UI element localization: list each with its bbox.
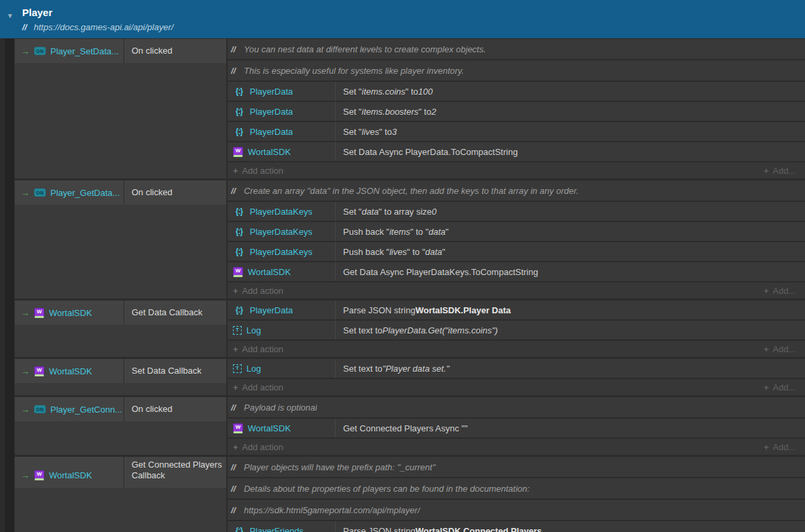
event-condition-row[interactable]: →WWortalSDKGet Data Callback — [15, 301, 226, 325]
condition-text: Get Data Callback — [124, 307, 226, 318]
action-text-part: " to " — [410, 227, 428, 237]
event-condition-row[interactable]: →ONPlayer_GetData...On clicked — [15, 180, 226, 205]
event-condition-area: →ONPlayer_SetData...On clicked — [15, 39, 226, 178]
add-more-button[interactable]: +Add... — [763, 166, 796, 176]
add-action-button[interactable]: +Add action — [233, 166, 283, 176]
action-text-part: WortalSDK.Connected Players — [416, 526, 542, 532]
action-row[interactable]: {:}PlayerDataParse JSON string WortalSDK… — [228, 301, 805, 319]
book-icon: W — [34, 366, 44, 376]
action-row[interactable]: {:}PlayerDataSet "lives" to 3 — [228, 122, 805, 141]
condition-text: Get Connected Players Callback — [124, 457, 226, 482]
action-text-part: data — [362, 207, 379, 217]
action-text-part: Set text to — [343, 325, 383, 335]
comment-slashes-icon: // — [22, 22, 27, 32]
plus-icon: + — [233, 382, 238, 392]
action-object: {:}PlayerData — [228, 82, 335, 101]
action-row[interactable]: {:}PlayerDataSet "items.boosters" to 2 — [228, 102, 805, 121]
comment-row[interactable]: //Create an array "data" in the JSON obj… — [228, 180, 805, 201]
action-text-part: PlayerData.Get("items.coins") — [383, 325, 498, 335]
action-row[interactable]: {:}PlayerFriendsParse JSON string Wortal… — [228, 521, 805, 532]
add-action-button[interactable]: +Add action — [233, 382, 283, 392]
collapse-triangle-icon[interactable]: ▼ — [7, 12, 13, 19]
action-text: Parse JSON string WortalSDK.Connected Pl… — [335, 521, 805, 532]
add-more-button[interactable]: +Add... — [763, 442, 796, 452]
action-row[interactable]: WWortalSDKGet Data Async PlayerDataKeys.… — [228, 262, 805, 281]
add-action-row: +Add action+Add... — [228, 282, 805, 299]
event-condition-row[interactable]: →WWortalSDKSet Data Callback — [15, 359, 226, 383]
action-row[interactable]: {:}PlayerDataKeysSet "data" to array siz… — [228, 202, 805, 221]
add-more-button[interactable]: +Add... — [763, 286, 796, 296]
add-action-row: +Add action+Add... — [228, 341, 805, 357]
event-condition-row[interactable]: →ONPlayer_GetConn...On clicked — [15, 397, 226, 421]
add-more-label: Add... — [773, 382, 796, 392]
event-actions-area: //You can nest data at different levels … — [228, 39, 805, 178]
action-text-part: WortalSDK.Player Data — [416, 305, 511, 315]
action-text-part: Set " — [343, 87, 362, 97]
action-object-name: PlayerDataKeys — [250, 207, 312, 217]
add-more-button[interactable]: +Add... — [763, 344, 796, 354]
action-row[interactable]: {:}PlayerDataKeysPush back "items" to "d… — [228, 222, 805, 241]
comment-row[interactable]: //https://sdk.html5gameportal.com/api/mp… — [228, 500, 805, 520]
add-action-button[interactable]: +Add action — [233, 344, 283, 354]
action-text-part: "Player data set." — [383, 364, 450, 374]
action-row[interactable]: WWortalSDKSet Data Async PlayerData.ToCo… — [228, 142, 805, 161]
action-text: Get Connected Players Async "" — [335, 419, 805, 437]
book-icon: W — [233, 267, 243, 277]
json-icon: {:} — [233, 248, 245, 256]
event-blocks: →ONPlayer_SetData...On clicked//You can … — [15, 39, 805, 532]
comment-text: Payload is optional — [244, 403, 317, 413]
button-icon: ON — [34, 47, 46, 55]
json-icon: {:} — [233, 207, 245, 215]
action-row[interactable]: TLogSet text to "Player data set." — [228, 359, 805, 378]
action-object: {:}PlayerFriends — [228, 521, 335, 532]
action-object-name: PlayerData — [250, 305, 293, 315]
action-text: Set "items.boosters" to 2 — [335, 102, 805, 121]
action-object: {:}PlayerData — [228, 122, 335, 141]
json-icon: {:} — [233, 527, 245, 532]
action-text: Set Data Async PlayerData.ToCompactStrin… — [335, 142, 805, 161]
group-comment[interactable]: //https://docs.games-api.ai/api/player/ — [22, 22, 173, 32]
action-text: Parse JSON string WortalSDK.Player Data — [335, 301, 805, 319]
action-row[interactable]: WWortalSDKGet Connected Players Async "" — [228, 419, 805, 437]
action-text: Set "lives" to 3 — [335, 122, 805, 141]
event-condition-area: →ONPlayer_GetConn...On clicked — [15, 397, 226, 455]
action-object-name: PlayerData — [250, 107, 293, 117]
action-row[interactable]: {:}PlayerDataSet "items.coins" to 100 — [228, 82, 805, 101]
action-text-part: items — [389, 227, 410, 237]
comment-row[interactable]: //This is especially useful for systems … — [228, 60, 805, 81]
event-block: →ONPlayer_GetData...On clicked//Create a… — [15, 180, 805, 299]
condition-text: On clicked — [124, 187, 226, 198]
action-object-name: PlayerData — [250, 127, 293, 137]
event-arrow-icon: → — [21, 366, 30, 376]
add-more-label: Add... — [773, 286, 796, 296]
event-condition-row[interactable]: →WWortalSDKGet Connected Players Callbac… — [15, 457, 226, 488]
group-title: Player — [22, 7, 52, 18]
action-text-part: " — [446, 227, 449, 237]
comment-row[interactable]: //Details about the properties of player… — [228, 478, 805, 498]
button-icon: ON — [34, 405, 46, 413]
action-row[interactable]: {:}PlayerDataKeysPush back "lives" to "d… — [228, 242, 805, 261]
action-text-part: Set " — [343, 127, 362, 137]
comment-row[interactable]: //You can nest data at different levels … — [228, 39, 805, 59]
condition-object-cell: →WWortalSDK — [15, 301, 124, 325]
event-condition-area: →ONPlayer_GetData...On clicked — [15, 180, 226, 299]
action-object-name: Log — [246, 364, 261, 374]
condition-object-cell: →WWortalSDK — [15, 359, 124, 383]
button-icon: ON — [34, 189, 46, 197]
condition-object-cell: →ONPlayer_GetData... — [15, 180, 124, 205]
add-more-button[interactable]: +Add... — [763, 382, 796, 392]
comment-text: Player objects will have the prefix path… — [244, 462, 435, 472]
action-row[interactable]: TLogSet text to PlayerData.Get("items.co… — [228, 321, 805, 339]
add-action-button[interactable]: +Add action — [233, 442, 283, 452]
add-action-button[interactable]: +Add action — [233, 286, 283, 296]
action-text-part: items.boosters — [362, 107, 419, 117]
condition-object-name: Player_GetData... — [50, 188, 120, 198]
condition-object-cell: →ONPlayer_GetConn... — [15, 397, 124, 421]
action-object-name: PlayerFriends — [250, 526, 303, 532]
condition-object-name: Player_GetConn... — [50, 405, 122, 415]
condition-object-name: WortalSDK — [49, 470, 92, 480]
comment-row[interactable]: //Player objects will have the prefix pa… — [228, 457, 805, 477]
comment-row[interactable]: //Payload is optional — [228, 397, 805, 417]
add-action-label: Add action — [242, 166, 283, 176]
event-condition-row[interactable]: →ONPlayer_SetData...On clicked — [15, 39, 226, 63]
